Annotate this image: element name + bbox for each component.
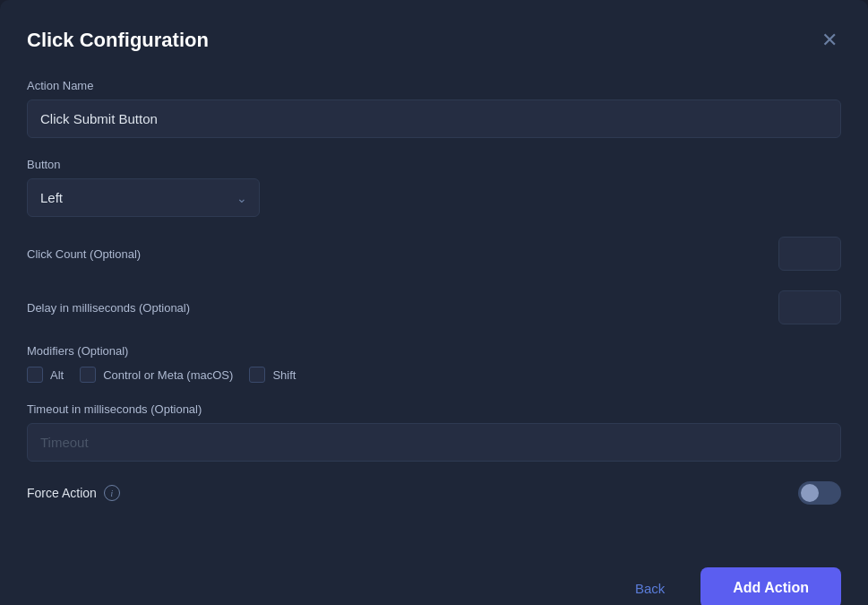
modal-title: Click Configuration <box>27 29 209 52</box>
info-icon[interactable]: i <box>104 485 120 501</box>
modifiers-group: Modifiers (Optional) Alt Control or Meta… <box>27 344 841 383</box>
checkbox-shift-box <box>249 367 265 383</box>
modifier-shift-label: Shift <box>272 368 296 382</box>
force-action-row: Force Action i <box>27 481 841 505</box>
force-action-left: Force Action i <box>27 485 120 501</box>
modal-header: Click Configuration ✕ <box>27 27 841 54</box>
close-button[interactable]: ✕ <box>818 27 841 54</box>
timeout-input[interactable] <box>27 423 841 462</box>
toggle-knob <box>801 484 819 502</box>
checkbox-ctrl-meta-box <box>80 367 96 383</box>
delay-input[interactable] <box>778 290 841 324</box>
click-count-label: Click Count (Optional) <box>27 247 141 261</box>
add-action-button[interactable]: Add Action <box>700 567 841 605</box>
modifier-alt-label: Alt <box>50 368 64 382</box>
click-count-group: Click Count (Optional) <box>27 237 841 271</box>
timeout-group: Timeout in milliseconds (Optional) <box>27 402 841 462</box>
modifiers-label: Modifiers (Optional) <box>27 344 841 358</box>
modal-footer: Back Add Action <box>27 549 841 605</box>
button-select-wrapper: Left Right Middle ⌄ <box>27 178 260 217</box>
modifier-alt[interactable]: Alt <box>27 367 64 383</box>
button-label: Button <box>27 158 841 171</box>
checkbox-alt-box <box>27 367 43 383</box>
click-configuration-modal: Click Configuration ✕ Action Name Button… <box>0 0 868 605</box>
force-action-label: Force Action <box>27 486 97 500</box>
modifier-shift[interactable]: Shift <box>249 367 296 383</box>
modifiers-checkboxes: Alt Control or Meta (macOS) Shift <box>27 367 841 383</box>
button-group: Button Left Right Middle ⌄ <box>27 158 841 217</box>
force-action-toggle[interactable] <box>798 481 841 505</box>
action-name-input[interactable] <box>27 99 841 138</box>
action-name-label: Action Name <box>27 79 841 92</box>
timeout-label: Timeout in milliseconds (Optional) <box>27 402 841 416</box>
click-count-input[interactable] <box>778 237 841 271</box>
modifier-ctrl-meta-label: Control or Meta (macOS) <box>103 368 233 382</box>
action-name-group: Action Name <box>27 79 841 138</box>
delay-label: Delay in milliseconds (Optional) <box>27 301 190 315</box>
back-button[interactable]: Back <box>617 570 683 606</box>
button-select[interactable]: Left Right Middle <box>27 178 260 217</box>
delay-group: Delay in milliseconds (Optional) <box>27 290 841 324</box>
modifier-ctrl-meta[interactable]: Control or Meta (macOS) <box>80 367 233 383</box>
